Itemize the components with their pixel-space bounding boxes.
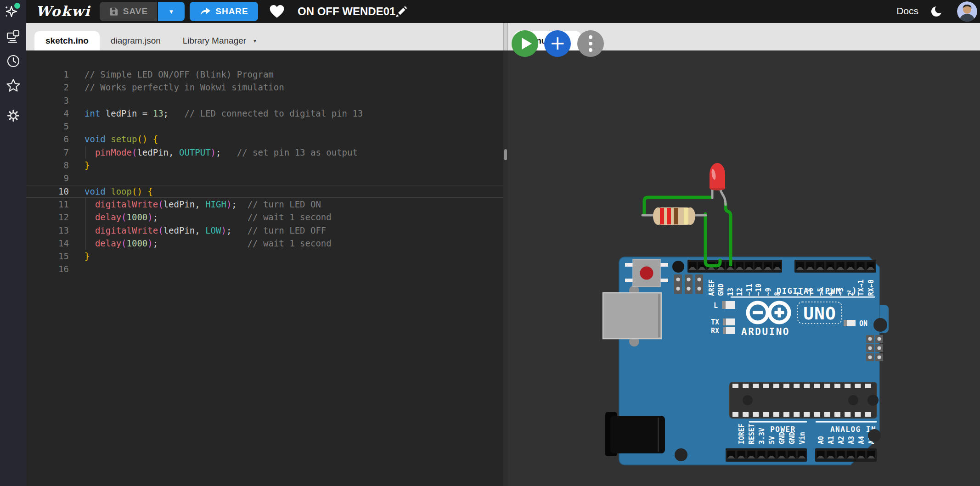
pin-label: TX→1: [857, 279, 865, 296]
power-led: [847, 320, 856, 326]
model-text: UNO: [803, 303, 836, 324]
share-button[interactable]: SHARE: [190, 2, 258, 21]
code-line: 15}: [26, 250, 503, 263]
pin-label: 12: [736, 288, 744, 296]
splitter-top: [503, 23, 508, 50]
line-number: 12: [26, 211, 69, 223]
pin-label: A2: [837, 436, 845, 444]
mount-hole: [873, 318, 887, 332]
pin-label: 13: [727, 288, 735, 296]
arduino-uno-board[interactable]: AREFGND1312~11~10~987~6~54~32TX→1RX←0IOR…: [603, 257, 889, 465]
pin-label: IOREF: [738, 424, 746, 444]
add-part-button[interactable]: +: [544, 30, 571, 57]
usb-connector: [603, 293, 661, 339]
solder-pads: [674, 274, 703, 294]
splitter-grip[interactable]: [504, 149, 507, 160]
led-on-label: ON: [859, 319, 867, 328]
floppy-save-icon: [109, 6, 119, 17]
edit-title-pencil-icon[interactable]: [394, 4, 408, 19]
power-caption: POWER: [770, 425, 796, 434]
pin-label: 3.3V: [758, 428, 766, 444]
notification-badge: [14, 3, 20, 9]
code-line: 13 digitalWrite(ledPin, LOW); // turn LE…: [26, 224, 503, 237]
line-number: 1: [26, 68, 69, 81]
pin-label: RESET: [748, 424, 756, 444]
play-button[interactable]: [512, 30, 538, 57]
line-number: 9: [26, 172, 69, 184]
chevron-down-icon: ▾: [253, 38, 256, 44]
tab-diagram-json[interactable]: diagram.json: [100, 31, 172, 50]
atmega-chip: [730, 382, 879, 418]
tab-library-manager[interactable]: Library Manager ▾: [172, 31, 267, 50]
code-line: 10void loop() {: [26, 185, 503, 198]
pin-label: AREF: [708, 279, 716, 296]
barrel-jack: [605, 412, 665, 456]
mount-hole: [675, 448, 687, 461]
plus-icon: +: [549, 34, 565, 53]
builtin-led: [726, 301, 735, 309]
circuit-svg: AREFGND1312~11~10~987~6~54~32TX→1RX←0IOR…: [508, 50, 980, 486]
line-number: 16: [26, 263, 69, 275]
pin-label: A4: [857, 436, 866, 444]
line-number: 7: [26, 146, 69, 159]
led-tx-label: TX: [711, 318, 719, 326]
editor-panel: sketch.ino diagram.json Library Manager …: [26, 23, 503, 486]
code-line: 6void setup() {: [26, 133, 503, 145]
pin-label: A1: [827, 436, 835, 444]
tab-label: sketch.ino: [45, 36, 89, 46]
code-line: 11 digitalWrite(ledPin, HIGH); // turn L…: [26, 198, 503, 211]
pin-label: ~9: [764, 288, 772, 296]
user-avatar[interactable]: [957, 1, 977, 22]
line-number: 6: [26, 133, 69, 145]
resistor[interactable]: [653, 207, 695, 225]
code-line: 16: [26, 263, 503, 275]
settings-gear-icon[interactable]: [6, 108, 21, 123]
project-title: ON OFF WENDE01: [298, 5, 395, 18]
pin-label: RX←0: [867, 279, 875, 296]
panel-splitter[interactable]: [503, 23, 508, 486]
favorite-heart-icon[interactable]: [269, 4, 285, 19]
line-number: 2: [26, 81, 69, 94]
wokwi-logo[interactable]: Wokwi: [36, 3, 90, 19]
tx-led: [726, 318, 735, 325]
line-number: 5: [26, 120, 69, 133]
line-number: 15: [26, 250, 69, 263]
pin-label: A3: [847, 436, 856, 444]
activity-sidebar: [0, 0, 26, 486]
brand-text: ARDUINO: [741, 326, 790, 337]
share-arrow-icon: [199, 6, 211, 17]
tab-label: Library Manager: [183, 36, 246, 46]
line-number: 4: [26, 107, 69, 120]
save-label: SAVE: [123, 6, 148, 17]
pin-label: GND: [717, 284, 725, 296]
play-icon: [522, 38, 532, 50]
code-line: 7 pinMode(ledPin, OUTPUT); // set pin 13…: [26, 146, 503, 159]
kebab-menu-icon: [589, 35, 592, 52]
code-line: 14 delay(1000); // wait 1 second: [26, 237, 503, 250]
tab-sketch-ino[interactable]: sketch.ino: [34, 31, 100, 50]
line-number: 3: [26, 94, 69, 107]
simulation-panel: Simulation: [508, 23, 980, 486]
pin-label: A0: [817, 436, 825, 444]
line-number: 8: [26, 159, 69, 172]
led-red[interactable]: [710, 163, 725, 190]
save-dropdown-button[interactable]: ▼: [158, 2, 185, 21]
line-number: 13: [26, 224, 69, 237]
star-icon[interactable]: [6, 78, 21, 93]
sim-menu-button[interactable]: [577, 30, 604, 57]
save-button[interactable]: SAVE: [100, 2, 157, 21]
tab-label: diagram.json: [111, 36, 161, 46]
history-clock-icon[interactable]: [6, 54, 21, 68]
code-line: 3: [26, 94, 503, 107]
chevron-down-icon: ▼: [169, 8, 175, 15]
line-number: 14: [26, 237, 69, 250]
pin-label: Vin: [798, 432, 806, 444]
hardware-icon[interactable]: [6, 29, 21, 44]
code-editor[interactable]: 1// Simple LED ON/OFF (Blink) Program2//…: [26, 50, 503, 486]
rx-led: [726, 327, 735, 334]
capacitor: [672, 261, 684, 273]
docs-link[interactable]: Docs: [896, 6, 918, 17]
dark-mode-moon-icon[interactable]: [930, 5, 943, 17]
code-line: 5: [26, 120, 503, 133]
code-line: 1// Simple LED ON/OFF (Blink) Program: [26, 68, 503, 81]
